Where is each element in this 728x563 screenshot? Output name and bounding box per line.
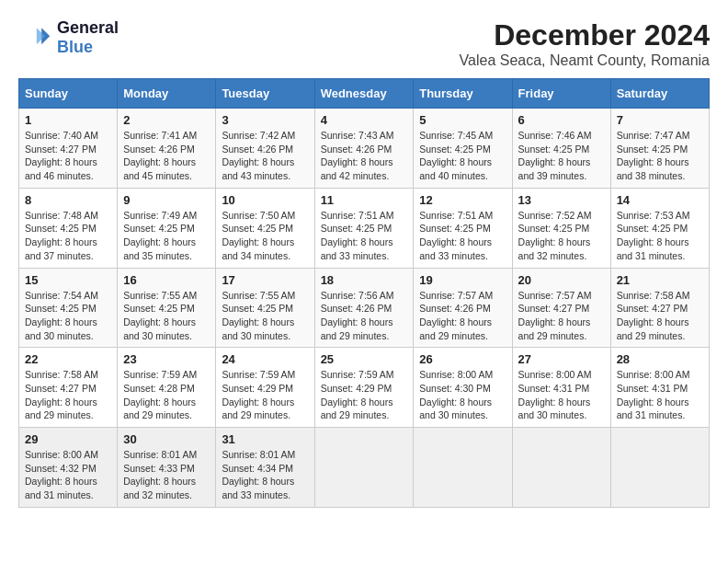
weekday-header-monday: Monday (118, 79, 216, 109)
day-info: Sunrise: 7:56 AM Sunset: 4:26 PM Dayligh… (321, 289, 408, 343)
calendar-day-19: 19 Sunrise: 7:57 AM Sunset: 4:26 PM Dayl… (414, 268, 512, 348)
calendar-week-1: 1 Sunrise: 7:40 AM Sunset: 4:27 PM Dayli… (19, 109, 710, 189)
day-info: Sunrise: 7:57 AM Sunset: 4:26 PM Dayligh… (419, 289, 506, 343)
day-info: Sunrise: 7:55 AM Sunset: 4:25 PM Dayligh… (123, 289, 210, 343)
calendar-table: SundayMondayTuesdayWednesdayThursdayFrid… (18, 78, 710, 508)
day-number: 1 (25, 113, 111, 127)
weekday-header-sunday: Sunday (19, 79, 118, 109)
weekday-header-tuesday: Tuesday (216, 79, 314, 109)
page-header: General Blue December 2024 Valea Seaca, … (18, 18, 710, 69)
day-number: 31 (222, 432, 308, 446)
day-info: Sunrise: 7:57 AM Sunset: 4:27 PM Dayligh… (518, 289, 605, 343)
day-number: 7 (617, 113, 703, 127)
day-number: 8 (25, 193, 111, 207)
page-subtitle: Valea Seaca, Neamt County, Romania (460, 52, 710, 69)
calendar-day-24: 24 Sunrise: 7:59 AM Sunset: 4:29 PM Dayl… (216, 348, 314, 428)
day-info: Sunrise: 7:47 AM Sunset: 4:25 PM Dayligh… (617, 129, 703, 183)
calendar-day-25: 25 Sunrise: 7:59 AM Sunset: 4:29 PM Dayl… (314, 348, 414, 428)
day-info: Sunrise: 8:00 AM Sunset: 4:31 PM Dayligh… (518, 368, 605, 422)
day-info: Sunrise: 7:51 AM Sunset: 4:25 PM Dayligh… (321, 209, 408, 263)
calendar-week-3: 15 Sunrise: 7:54 AM Sunset: 4:25 PM Dayl… (19, 268, 710, 348)
calendar-day-14: 14 Sunrise: 7:53 AM Sunset: 4:25 PM Dayl… (610, 188, 709, 268)
day-number: 30 (123, 432, 210, 446)
day-info: Sunrise: 7:59 AM Sunset: 4:29 PM Dayligh… (321, 368, 408, 422)
calendar-day-21: 21 Sunrise: 7:58 AM Sunset: 4:27 PM Dayl… (610, 268, 709, 348)
day-number: 25 (321, 352, 408, 366)
calendar-day-7: 7 Sunrise: 7:47 AM Sunset: 4:25 PM Dayli… (610, 109, 709, 189)
day-info: Sunrise: 7:46 AM Sunset: 4:25 PM Dayligh… (518, 129, 605, 183)
empty-cell (414, 428, 512, 508)
day-info: Sunrise: 8:00 AM Sunset: 4:31 PM Dayligh… (617, 368, 703, 422)
day-number: 15 (25, 273, 111, 287)
calendar-day-27: 27 Sunrise: 8:00 AM Sunset: 4:31 PM Dayl… (512, 348, 610, 428)
day-number: 29 (25, 432, 111, 446)
day-number: 24 (222, 352, 308, 366)
day-info: Sunrise: 7:55 AM Sunset: 4:25 PM Dayligh… (222, 289, 308, 343)
day-number: 6 (518, 113, 605, 127)
calendar-day-18: 18 Sunrise: 7:56 AM Sunset: 4:26 PM Dayl… (314, 268, 414, 348)
calendar-week-5: 29 Sunrise: 8:00 AM Sunset: 4:32 PM Dayl… (19, 428, 710, 508)
day-number: 17 (222, 273, 308, 287)
day-number: 21 (617, 273, 703, 287)
calendar-day-12: 12 Sunrise: 7:51 AM Sunset: 4:25 PM Dayl… (414, 188, 512, 268)
weekday-header-row: SundayMondayTuesdayWednesdayThursdayFrid… (19, 79, 710, 109)
day-info: Sunrise: 7:52 AM Sunset: 4:25 PM Dayligh… (518, 209, 605, 263)
day-info: Sunrise: 8:00 AM Sunset: 4:30 PM Dayligh… (419, 368, 506, 422)
logo: General Blue (18, 18, 119, 57)
day-info: Sunrise: 8:01 AM Sunset: 4:34 PM Dayligh… (222, 448, 308, 502)
day-info: Sunrise: 7:42 AM Sunset: 4:26 PM Dayligh… (222, 129, 308, 183)
empty-cell (314, 428, 414, 508)
day-number: 4 (321, 113, 408, 127)
day-info: Sunrise: 7:50 AM Sunset: 4:25 PM Dayligh… (222, 209, 308, 263)
calendar-day-11: 11 Sunrise: 7:51 AM Sunset: 4:25 PM Dayl… (314, 188, 414, 268)
day-number: 9 (123, 193, 210, 207)
day-number: 22 (25, 352, 111, 366)
calendar-day-1: 1 Sunrise: 7:40 AM Sunset: 4:27 PM Dayli… (19, 109, 118, 189)
calendar-week-4: 22 Sunrise: 7:58 AM Sunset: 4:27 PM Dayl… (19, 348, 710, 428)
calendar-day-28: 28 Sunrise: 8:00 AM Sunset: 4:31 PM Dayl… (610, 348, 709, 428)
day-number: 18 (321, 273, 408, 287)
day-number: 11 (321, 193, 408, 207)
empty-cell (512, 428, 610, 508)
calendar-day-2: 2 Sunrise: 7:41 AM Sunset: 4:26 PM Dayli… (118, 109, 216, 189)
calendar-day-6: 6 Sunrise: 7:46 AM Sunset: 4:25 PM Dayli… (512, 109, 610, 189)
calendar-day-15: 15 Sunrise: 7:54 AM Sunset: 4:25 PM Dayl… (19, 268, 118, 348)
day-number: 10 (222, 193, 308, 207)
day-number: 28 (617, 352, 703, 366)
day-number: 12 (419, 193, 506, 207)
day-number: 3 (222, 113, 308, 127)
calendar-day-3: 3 Sunrise: 7:42 AM Sunset: 4:26 PM Dayli… (216, 109, 314, 189)
calendar-day-13: 13 Sunrise: 7:52 AM Sunset: 4:25 PM Dayl… (512, 188, 610, 268)
calendar-day-8: 8 Sunrise: 7:48 AM Sunset: 4:25 PM Dayli… (19, 188, 118, 268)
day-info: Sunrise: 7:49 AM Sunset: 4:25 PM Dayligh… (123, 209, 210, 263)
day-info: Sunrise: 7:43 AM Sunset: 4:26 PM Dayligh… (321, 129, 408, 183)
day-info: Sunrise: 7:41 AM Sunset: 4:26 PM Dayligh… (123, 129, 210, 183)
page-title: December 2024 (460, 18, 710, 52)
day-number: 5 (419, 113, 506, 127)
day-info: Sunrise: 7:59 AM Sunset: 4:29 PM Dayligh… (222, 368, 308, 422)
day-number: 20 (518, 273, 605, 287)
day-info: Sunrise: 7:48 AM Sunset: 4:25 PM Dayligh… (25, 209, 111, 263)
calendar-day-26: 26 Sunrise: 8:00 AM Sunset: 4:30 PM Dayl… (414, 348, 512, 428)
weekday-header-thursday: Thursday (414, 79, 512, 109)
day-number: 14 (617, 193, 703, 207)
day-info: Sunrise: 7:51 AM Sunset: 4:25 PM Dayligh… (419, 209, 506, 263)
weekday-header-saturday: Saturday (610, 79, 709, 109)
logo-text: General Blue (57, 18, 119, 57)
calendar-day-23: 23 Sunrise: 7:59 AM Sunset: 4:28 PM Dayl… (118, 348, 216, 428)
calendar-day-31: 31 Sunrise: 8:01 AM Sunset: 4:34 PM Dayl… (216, 428, 314, 508)
weekday-header-wednesday: Wednesday (314, 79, 414, 109)
empty-cell (610, 428, 709, 508)
calendar-day-9: 9 Sunrise: 7:49 AM Sunset: 4:25 PM Dayli… (118, 188, 216, 268)
calendar-day-4: 4 Sunrise: 7:43 AM Sunset: 4:26 PM Dayli… (314, 109, 414, 189)
day-info: Sunrise: 7:58 AM Sunset: 4:27 PM Dayligh… (25, 368, 111, 422)
day-number: 19 (419, 273, 506, 287)
calendar-day-10: 10 Sunrise: 7:50 AM Sunset: 4:25 PM Dayl… (216, 188, 314, 268)
day-info: Sunrise: 7:54 AM Sunset: 4:25 PM Dayligh… (25, 289, 111, 343)
calendar-week-2: 8 Sunrise: 7:48 AM Sunset: 4:25 PM Dayli… (19, 188, 710, 268)
calendar-day-30: 30 Sunrise: 8:01 AM Sunset: 4:33 PM Dayl… (118, 428, 216, 508)
day-info: Sunrise: 7:40 AM Sunset: 4:27 PM Dayligh… (25, 129, 111, 183)
day-number: 26 (419, 352, 506, 366)
day-number: 2 (123, 113, 210, 127)
day-number: 27 (518, 352, 605, 366)
